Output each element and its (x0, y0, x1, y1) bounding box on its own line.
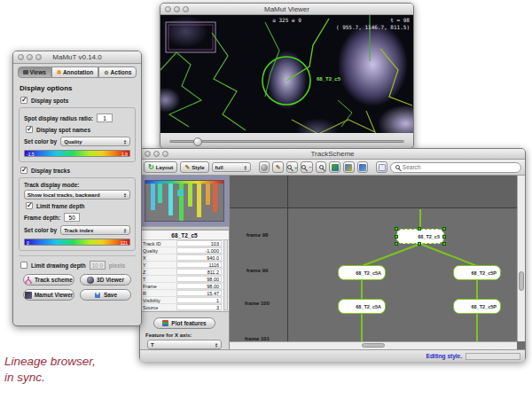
minimap-viewport-box[interactable] (177, 190, 184, 196)
save-button[interactable]: Save (80, 289, 131, 301)
track-overlay (160, 15, 413, 133)
progress-box (466, 353, 520, 360)
views-icon (23, 70, 28, 74)
link-spots-button[interactable] (259, 161, 270, 173)
feature-x-value: T (151, 342, 154, 348)
refresh-thumbnails-button[interactable] (329, 161, 340, 173)
zoom-reset-button[interactable] (316, 161, 327, 173)
viewer-titlebar[interactable]: MaMut Viewer (160, 4, 413, 15)
zoom-level-select[interactable]: full ▲▼ (212, 162, 251, 172)
zoom-out-button[interactable]: − (301, 161, 313, 173)
display-settings-button[interactable] (376, 161, 387, 173)
panel-titlebar[interactable]: MaMuT v0.14.0 (13, 51, 141, 64)
zoom-button[interactable] (35, 54, 42, 60)
track-scheme-button[interactable]: Track scheme (23, 274, 74, 286)
close-button[interactable] (165, 6, 171, 12)
style-button[interactable]: ✎ Style (180, 161, 208, 173)
zoom-button[interactable] (183, 6, 189, 12)
popup-arrows-icon: ▲▼ (123, 192, 127, 198)
horizontal-scrollbar[interactable] (230, 341, 517, 349)
row-value: 1116 (176, 262, 222, 268)
close-button[interactable] (18, 54, 24, 60)
zoom-level-value: full (215, 165, 223, 170)
edit-button[interactable]: ✎ (272, 161, 284, 173)
export-button[interactable] (357, 161, 369, 173)
tab-actions[interactable]: ⚙ Actions (98, 66, 137, 78)
limit-drawing-depth-checkbox[interactable] (20, 262, 27, 269)
lineage-node[interactable]: 68_T2_c5A (338, 299, 386, 314)
layout-button[interactable]: ↻ Layout (144, 161, 177, 173)
drawing-depth-input[interactable] (90, 261, 106, 270)
viewer-overlay-coords: t = 98 ( 955.7, 1146.7, 811.5) (336, 17, 410, 31)
zoom-in-button[interactable]: + (286, 161, 299, 173)
green-capture-icon (332, 164, 339, 171)
display-options-heading: Display options (20, 84, 136, 92)
popup-arrows-icon: ▲▼ (244, 165, 247, 170)
close-button[interactable] (145, 151, 151, 157)
track-color-value: Track index (64, 228, 93, 233)
vertical-scrollbar-thumb[interactable] (519, 271, 524, 291)
lineage-node[interactable]: 68_T2_c5P (453, 299, 501, 314)
horizontal-scrollbar-thumb[interactable] (362, 343, 385, 348)
tab-views[interactable]: Views (18, 66, 51, 78)
selection-handle[interactable] (442, 227, 446, 231)
table-row: X940.0 (140, 254, 229, 262)
viewer-window-controls[interactable] (165, 6, 189, 12)
selection-handle[interactable] (418, 227, 421, 231)
tab-annotation[interactable]: Annotation (51, 66, 98, 78)
time-slider[interactable] (169, 140, 404, 143)
selection-handle[interactable] (442, 235, 446, 239)
chart-icon (162, 320, 168, 326)
save-icon (94, 292, 101, 299)
lineage-node[interactable]: 68_T2_c5P (453, 265, 501, 280)
capture-decorated-button[interactable] (343, 161, 355, 173)
selection-handle[interactable] (418, 242, 421, 246)
spot-color-select[interactable]: Quality ▲▼ (60, 137, 130, 146)
frame-depth-input[interactable] (64, 213, 80, 222)
node-label: 68_T2_c5 (418, 234, 440, 239)
display-spots-checkbox[interactable] (20, 97, 27, 104)
minimize-button[interactable] (153, 151, 160, 157)
3d-viewer-label: 3D Viewer (97, 277, 124, 283)
trackscheme-window-controls[interactable] (145, 151, 168, 157)
plot-features-button[interactable]: Plot features (153, 317, 215, 329)
track-colormap-bar: 0 121 (24, 239, 130, 246)
lineage-node[interactable]: 68_T2_c5A (338, 265, 386, 280)
selection-handle[interactable] (395, 235, 398, 239)
minimize-button[interactable] (27, 54, 33, 60)
search-input[interactable] (403, 164, 516, 170)
trackscheme-toolbar: ↻ Layout ✎ Style full ▲▼ ✎ + (140, 160, 525, 176)
track-mode-select[interactable]: Show local tracks, backward ▲▼ (24, 190, 130, 200)
screenshot-stage: MaMut Viewer a 325 e 9 t = 98 (0, 0, 532, 399)
mamut-viewer-button[interactable]: Mamut Viewer (23, 289, 74, 301)
time-slider-knob[interactable] (193, 137, 202, 146)
zoom-out-icon (301, 165, 306, 169)
selection-handle[interactable] (395, 242, 398, 246)
3d-viewer-button[interactable]: 3D Viewer (80, 274, 131, 286)
feature-x-label: Feature for X axis: (145, 332, 225, 338)
feature-x-select[interactable]: T ▲▼ (147, 340, 222, 349)
search-icon (395, 165, 400, 169)
viewer-position: ( 955.7, 1146.7, 811.5) (336, 24, 410, 30)
lineage-node-selected[interactable]: 68_T2_c5 (396, 229, 444, 244)
vertical-scrollbar[interactable] (517, 176, 525, 341)
table-scrollbar[interactable] (223, 239, 228, 310)
limit-frame-depth-checkbox[interactable] (26, 202, 33, 209)
minimap-canvas[interactable] (145, 180, 224, 222)
track-color-select[interactable]: Track index ▲▼ (60, 225, 130, 235)
minimize-button[interactable] (174, 6, 180, 12)
spot-radius-input[interactable] (97, 113, 113, 122)
panel-buttons: Track scheme 3D Viewer Mamut Viewer Save (19, 274, 136, 301)
viewer-canvas[interactable]: a 325 e 9 t = 98 ( 955.7, 1146.7, 811.5)… (160, 15, 413, 133)
display-tracks-checkbox[interactable] (20, 167, 27, 174)
search-field[interactable] (390, 162, 521, 173)
spot-info-table: 68_T2_c5 Track ID103 Quality-1.000 X940.… (140, 231, 229, 312)
minimap-panel[interactable] (140, 176, 229, 226)
selection-handle[interactable] (442, 242, 446, 246)
panel-window-controls[interactable] (18, 54, 42, 60)
lineage-graph[interactable]: frame 98 frame 99 frame 100 frame 101 68… (230, 176, 525, 349)
trackscheme-titlebar[interactable]: TrackScheme (140, 149, 525, 160)
selection-handle[interactable] (395, 227, 398, 231)
zoom-button[interactable] (162, 151, 168, 157)
display-spot-names-checkbox[interactable] (26, 126, 33, 133)
